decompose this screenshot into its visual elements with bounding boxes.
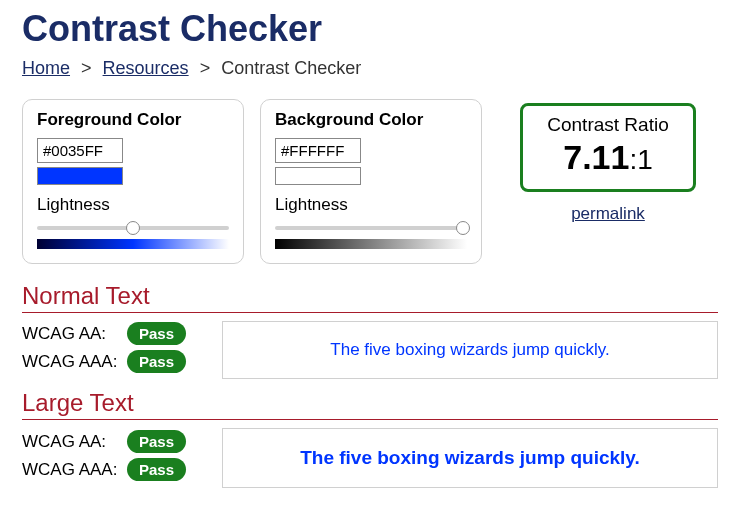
normal-text-heading: Normal Text [22,282,718,313]
permalink-link[interactable]: permalink [571,204,645,224]
normal-aa-badge: Pass [127,322,186,345]
normal-sample-text: The five boxing wizards jump quickly. [330,340,609,359]
normal-aa-label: WCAG AA: [22,324,127,344]
foreground-label: Foreground Color [37,110,229,130]
background-label: Background Color [275,110,467,130]
background-lightness-gradient [275,239,467,249]
large-sample-text: The five boxing wizards jump quickly. [300,447,640,468]
breadcrumb-current: Contrast Checker [221,58,361,78]
page-title: Contrast Checker [22,8,718,50]
background-panel: Background Color Lightness [260,99,482,264]
normal-aaa-label: WCAG AAA: [22,352,127,372]
foreground-lightness-label: Lightness [37,195,229,215]
foreground-lightness-gradient [37,239,229,249]
background-swatch[interactable] [275,167,361,185]
contrast-ratio-title: Contrast Ratio [547,114,668,136]
large-aaa-badge: Pass [127,458,186,481]
foreground-swatch[interactable] [37,167,123,185]
large-sample-box[interactable]: The five boxing wizards jump quickly. [222,428,718,488]
breadcrumb-sep: > [200,58,211,78]
foreground-panel: Foreground Color Lightness [22,99,244,264]
large-aa-badge: Pass [127,430,186,453]
contrast-ratio-value: 7.11:1 [547,138,668,177]
breadcrumb-home[interactable]: Home [22,58,70,78]
background-lightness-label: Lightness [275,195,467,215]
background-lightness-slider[interactable] [275,221,467,235]
large-aaa-label: WCAG AAA: [22,460,127,480]
large-text-heading: Large Text [22,389,718,420]
foreground-hex-input[interactable] [37,138,123,163]
foreground-lightness-slider[interactable] [37,221,229,235]
normal-sample-box[interactable]: The five boxing wizards jump quickly. [222,321,718,379]
breadcrumb-resources[interactable]: Resources [103,58,189,78]
breadcrumb-sep: > [81,58,92,78]
contrast-ratio-box: Contrast Ratio 7.11:1 [520,103,695,192]
large-text-row: WCAG AA: Pass WCAG AAA: Pass The five bo… [22,428,718,488]
breadcrumb: Home > Resources > Contrast Checker [22,58,718,79]
background-hex-input[interactable] [275,138,361,163]
normal-aaa-badge: Pass [127,350,186,373]
normal-text-row: WCAG AA: Pass WCAG AAA: Pass The five bo… [22,321,718,379]
large-aa-label: WCAG AA: [22,432,127,452]
